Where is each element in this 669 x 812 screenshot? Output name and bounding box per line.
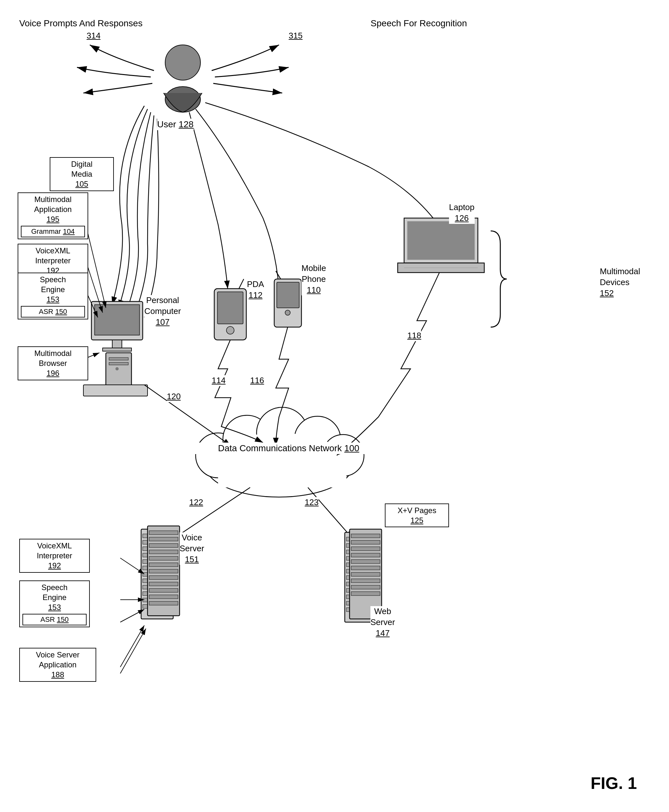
svg-line-16 <box>239 279 244 289</box>
svg-rect-60 <box>346 537 375 541</box>
svg-rect-62 <box>346 550 375 554</box>
svg-rect-35 <box>143 540 171 544</box>
conn-114-label: 114 <box>212 375 225 386</box>
conn-123-label: 123 <box>305 497 318 508</box>
svg-rect-7 <box>103 348 131 351</box>
svg-rect-74 <box>351 540 380 544</box>
svg-rect-61 <box>346 543 375 547</box>
conn-120-label: 120 <box>167 391 181 402</box>
digital-media-box: Digital Media 105 <box>50 157 114 191</box>
svg-rect-80 <box>351 579 380 583</box>
svg-point-11 <box>116 367 119 370</box>
svg-rect-66 <box>346 576 375 580</box>
svg-rect-13 <box>214 289 246 340</box>
svg-rect-81 <box>351 585 380 589</box>
web-server-label: Web Server 147 <box>370 606 395 639</box>
svg-rect-50 <box>149 550 178 554</box>
svg-point-28 <box>215 433 343 484</box>
voice-prompts-label: Voice Prompts And Responses <box>19 18 143 29</box>
svg-rect-70 <box>346 601 375 605</box>
svg-rect-69 <box>346 595 375 599</box>
svg-rect-79 <box>351 572 380 576</box>
svg-rect-51 <box>149 556 178 560</box>
xv-pages-box: X+V Pages 125 <box>385 503 449 527</box>
svg-rect-76 <box>351 553 380 557</box>
svg-rect-53 <box>149 569 178 573</box>
svg-rect-58 <box>149 601 178 605</box>
svg-line-85 <box>120 609 144 622</box>
svg-rect-6 <box>112 340 122 348</box>
svg-line-32 <box>308 488 353 539</box>
conn-122-label: 122 <box>189 497 203 508</box>
svg-rect-63 <box>346 556 375 560</box>
svg-rect-73 <box>351 534 380 538</box>
svg-rect-52 <box>149 563 178 567</box>
svg-line-30 <box>144 385 231 446</box>
svg-point-3 <box>165 87 200 112</box>
svg-rect-57 <box>149 595 178 599</box>
svg-rect-29 <box>218 449 346 488</box>
diagram: Voice Prompts And Responses 314 Speech F… <box>0 0 669 812</box>
svg-point-19 <box>285 310 290 315</box>
svg-rect-44 <box>143 598 171 602</box>
svg-rect-34 <box>143 534 171 538</box>
svg-rect-40 <box>143 572 171 576</box>
svg-rect-38 <box>143 560 171 563</box>
svg-rect-48 <box>149 537 178 541</box>
svg-rect-33 <box>141 529 173 619</box>
svg-line-86 <box>120 625 144 667</box>
svg-rect-43 <box>143 592 171 595</box>
speech-engine-bottom-box: Speech Engine 153 ASR 150 <box>19 580 90 627</box>
signal-315-label: 315 <box>289 30 303 41</box>
svg-rect-18 <box>277 282 299 308</box>
svg-rect-49 <box>149 543 178 547</box>
svg-point-26 <box>294 416 341 462</box>
fig-label: FIG. 1 <box>591 773 637 793</box>
svg-rect-65 <box>346 569 375 573</box>
laptop-label: Laptop 126 <box>449 202 475 224</box>
svg-rect-5 <box>95 305 140 335</box>
svg-rect-77 <box>351 560 380 563</box>
speech-recognition-label: Speech For Recognition <box>371 18 467 29</box>
svg-rect-56 <box>149 588 178 592</box>
svg-rect-8 <box>106 353 131 395</box>
svg-line-83 <box>120 558 144 574</box>
svg-rect-41 <box>143 579 171 583</box>
svg-rect-14 <box>217 292 243 324</box>
svg-line-20 <box>276 271 281 279</box>
voice-server-app-box: Voice Server Application 188 <box>19 648 96 682</box>
mobile-phone-label: Mobile Phone 110 <box>301 263 326 295</box>
svg-rect-67 <box>346 582 375 586</box>
svg-rect-72 <box>350 529 382 619</box>
pda-label: PDA 112 <box>247 279 264 301</box>
svg-rect-37 <box>143 553 171 557</box>
svg-rect-12 <box>83 385 148 396</box>
svg-rect-64 <box>346 563 375 567</box>
svg-rect-17 <box>274 279 301 327</box>
svg-rect-9 <box>109 358 128 360</box>
voicexml-interpreter-bottom-box: VoiceXML Interpreter 192 <box>19 539 90 573</box>
multimodal-browser-box: Multimodal Browser 196 <box>18 346 88 380</box>
svg-rect-55 <box>149 582 178 586</box>
signal-314-label: 314 <box>87 30 100 41</box>
svg-point-23 <box>196 433 240 478</box>
multimodal-devices-label: Multimodal Devices 152 <box>600 266 640 299</box>
personal-computer-label: Personal Computer 107 <box>144 295 181 328</box>
svg-rect-4 <box>91 301 143 340</box>
voice-server-label: Voice Server 151 <box>180 532 204 565</box>
svg-rect-75 <box>351 547 380 551</box>
svg-rect-54 <box>149 576 178 580</box>
user-label: User 128 <box>157 119 194 130</box>
svg-rect-68 <box>346 588 375 592</box>
conn-116-label: 116 <box>250 375 264 386</box>
conn-118-label: 118 <box>407 330 421 341</box>
svg-line-31 <box>173 488 250 539</box>
speech-engine-top-box: Speech Engine 153 ASR 150 <box>18 272 88 319</box>
svg-point-15 <box>227 326 234 334</box>
svg-point-2 <box>165 45 200 80</box>
svg-rect-45 <box>143 605 171 609</box>
svg-rect-78 <box>351 566 380 570</box>
svg-rect-39 <box>143 566 171 570</box>
svg-rect-47 <box>149 531 178 535</box>
svg-rect-36 <box>143 547 171 551</box>
